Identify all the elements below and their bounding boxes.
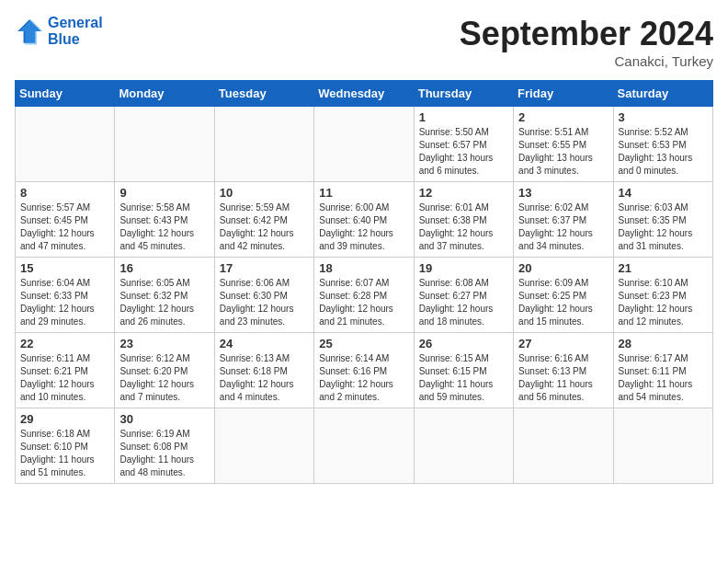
day-cell: 2Sunrise: 5:51 AMSunset: 6:55 PMDaylight…: [514, 107, 613, 182]
day-info: Sunrise: 6:01 AMSunset: 6:38 PMDaylight:…: [419, 201, 508, 253]
day-cell: 29Sunrise: 6:18 AMSunset: 6:10 PMDayligh…: [16, 408, 115, 484]
empty-cell: [514, 408, 613, 484]
day-info: Sunrise: 6:07 AMSunset: 6:28 PMDaylight:…: [319, 277, 408, 328]
day-cell: 10Sunrise: 5:59 AMSunset: 6:42 PMDayligh…: [214, 182, 313, 258]
day-cell: 3Sunrise: 5:52 AMSunset: 6:53 PMDaylight…: [613, 107, 712, 182]
logo-text: General Blue: [48, 15, 103, 48]
column-header-tuesday: Tuesday: [214, 81, 313, 107]
day-number: 22: [20, 337, 109, 350]
day-info: Sunrise: 6:18 AMSunset: 6:10 PMDaylight:…: [20, 428, 109, 479]
day-info: Sunrise: 6:13 AMSunset: 6:18 PMDaylight:…: [220, 352, 309, 404]
column-header-monday: Monday: [115, 81, 214, 107]
day-info: Sunrise: 6:17 AMSunset: 6:11 PMDaylight:…: [619, 352, 708, 404]
day-info: Sunrise: 6:06 AMSunset: 6:30 PMDaylight:…: [220, 277, 309, 328]
day-info: Sunrise: 6:04 AMSunset: 6:33 PMDaylight:…: [20, 277, 109, 328]
day-info: Sunrise: 6:00 AMSunset: 6:40 PMDaylight:…: [319, 201, 408, 253]
day-cell: 28Sunrise: 6:17 AMSunset: 6:11 PMDayligh…: [613, 333, 712, 408]
day-number: 19: [419, 261, 508, 275]
empty-cell: [214, 408, 313, 484]
day-number: 15: [20, 261, 109, 275]
day-info: Sunrise: 6:03 AMSunset: 6:35 PMDaylight:…: [619, 201, 708, 253]
day-number: 8: [20, 186, 109, 200]
day-info: Sunrise: 6:15 AMSunset: 6:15 PMDaylight:…: [419, 352, 508, 404]
day-info: Sunrise: 5:58 AMSunset: 6:43 PMDaylight:…: [119, 201, 209, 253]
day-cell: 17Sunrise: 6:06 AMSunset: 6:30 PMDayligh…: [214, 258, 313, 333]
day-cell: 21Sunrise: 6:10 AMSunset: 6:23 PMDayligh…: [613, 258, 712, 333]
day-cell: 24Sunrise: 6:13 AMSunset: 6:18 PMDayligh…: [214, 333, 313, 408]
column-header-friday: Friday: [514, 81, 613, 107]
empty-cell: [613, 408, 712, 484]
page-header: General Blue September 2024 Canakci, Tur…: [15, 15, 713, 69]
day-info: Sunrise: 5:52 AMSunset: 6:53 PMDaylight:…: [619, 126, 708, 178]
day-cell: 11Sunrise: 6:00 AMSunset: 6:40 PMDayligh…: [314, 182, 414, 258]
day-cell: 20Sunrise: 6:09 AMSunset: 6:25 PMDayligh…: [514, 258, 613, 333]
day-number: 28: [619, 337, 708, 350]
day-number: 3: [619, 110, 708, 124]
empty-cell: [414, 408, 513, 484]
calendar-body: 1Sunrise: 5:50 AMSunset: 6:57 PMDaylight…: [16, 107, 713, 484]
day-info: Sunrise: 5:57 AMSunset: 6:45 PMDaylight:…: [20, 201, 109, 253]
column-header-thursday: Thursday: [414, 81, 513, 107]
day-number: 21: [619, 261, 708, 275]
day-cell: 13Sunrise: 6:02 AMSunset: 6:37 PMDayligh…: [514, 182, 613, 258]
day-info: Sunrise: 6:09 AMSunset: 6:25 PMDaylight:…: [518, 277, 608, 328]
calendar-table: SundayMondayTuesdayWednesdayThursdayFrid…: [15, 80, 713, 484]
day-info: Sunrise: 6:16 AMSunset: 6:13 PMDaylight:…: [518, 352, 608, 404]
day-info: Sunrise: 6:05 AMSunset: 6:32 PMDaylight:…: [119, 277, 209, 328]
day-info: Sunrise: 6:08 AMSunset: 6:27 PMDaylight:…: [419, 277, 508, 328]
day-number: 26: [419, 337, 508, 350]
day-info: Sunrise: 6:12 AMSunset: 6:20 PMDaylight:…: [119, 352, 209, 404]
day-number: 13: [518, 186, 608, 200]
empty-cell: [16, 107, 115, 182]
week-row: 29Sunrise: 6:18 AMSunset: 6:10 PMDayligh…: [16, 408, 713, 484]
empty-cell: [314, 107, 414, 182]
logo: General Blue: [15, 15, 103, 48]
column-header-saturday: Saturday: [613, 81, 712, 107]
day-number: 18: [319, 261, 408, 275]
day-number: 11: [319, 186, 408, 200]
day-info: Sunrise: 6:19 AMSunset: 6:08 PMDaylight:…: [119, 428, 209, 479]
week-row: 15Sunrise: 6:04 AMSunset: 6:33 PMDayligh…: [16, 258, 713, 333]
location: Canakci, Turkey: [460, 53, 713, 69]
day-info: Sunrise: 6:14 AMSunset: 6:16 PMDaylight:…: [319, 352, 408, 404]
day-number: 1: [419, 110, 508, 124]
day-cell: 16Sunrise: 6:05 AMSunset: 6:32 PMDayligh…: [115, 258, 214, 333]
day-cell: 12Sunrise: 6:01 AMSunset: 6:38 PMDayligh…: [414, 182, 513, 258]
day-number: 14: [619, 186, 708, 200]
day-cell: 14Sunrise: 6:03 AMSunset: 6:35 PMDayligh…: [613, 182, 712, 258]
day-number: 24: [220, 337, 309, 350]
day-info: Sunrise: 6:11 AMSunset: 6:21 PMDaylight:…: [20, 352, 109, 404]
day-cell: 25Sunrise: 6:14 AMSunset: 6:16 PMDayligh…: [314, 333, 414, 408]
title-block: September 2024 Canakci, Turkey: [460, 15, 713, 69]
empty-cell: [115, 107, 214, 182]
day-cell: 15Sunrise: 6:04 AMSunset: 6:33 PMDayligh…: [16, 258, 115, 333]
day-number: 23: [119, 337, 209, 350]
empty-cell: [214, 107, 313, 182]
empty-cell: [314, 408, 414, 484]
week-row: 1Sunrise: 5:50 AMSunset: 6:57 PMDaylight…: [16, 107, 713, 182]
month-title: September 2024: [460, 15, 713, 53]
week-row: 22Sunrise: 6:11 AMSunset: 6:21 PMDayligh…: [16, 333, 713, 408]
day-cell: 23Sunrise: 6:12 AMSunset: 6:20 PMDayligh…: [115, 333, 214, 408]
logo-icon: [15, 17, 44, 46]
column-header-wednesday: Wednesday: [314, 81, 414, 107]
day-number: 25: [319, 337, 408, 350]
day-number: 9: [119, 186, 209, 200]
day-info: Sunrise: 5:50 AMSunset: 6:57 PMDaylight:…: [419, 126, 508, 178]
day-info: Sunrise: 5:51 AMSunset: 6:55 PMDaylight:…: [518, 126, 608, 178]
day-cell: 27Sunrise: 6:16 AMSunset: 6:13 PMDayligh…: [514, 333, 613, 408]
day-cell: 8Sunrise: 5:57 AMSunset: 6:45 PMDaylight…: [16, 182, 115, 258]
day-cell: 22Sunrise: 6:11 AMSunset: 6:21 PMDayligh…: [16, 333, 115, 408]
day-cell: 26Sunrise: 6:15 AMSunset: 6:15 PMDayligh…: [414, 333, 513, 408]
day-number: 2: [518, 110, 608, 124]
day-info: Sunrise: 6:02 AMSunset: 6:37 PMDaylight:…: [518, 201, 608, 253]
day-number: 27: [518, 337, 608, 350]
day-number: 17: [220, 261, 309, 275]
day-number: 10: [220, 186, 309, 200]
day-cell: 18Sunrise: 6:07 AMSunset: 6:28 PMDayligh…: [314, 258, 414, 333]
day-info: Sunrise: 6:10 AMSunset: 6:23 PMDaylight:…: [619, 277, 708, 328]
day-cell: 9Sunrise: 5:58 AMSunset: 6:43 PMDaylight…: [115, 182, 214, 258]
day-cell: 19Sunrise: 6:08 AMSunset: 6:27 PMDayligh…: [414, 258, 513, 333]
day-cell: 30Sunrise: 6:19 AMSunset: 6:08 PMDayligh…: [115, 408, 214, 484]
calendar-header: SundayMondayTuesdayWednesdayThursdayFrid…: [16, 81, 713, 107]
